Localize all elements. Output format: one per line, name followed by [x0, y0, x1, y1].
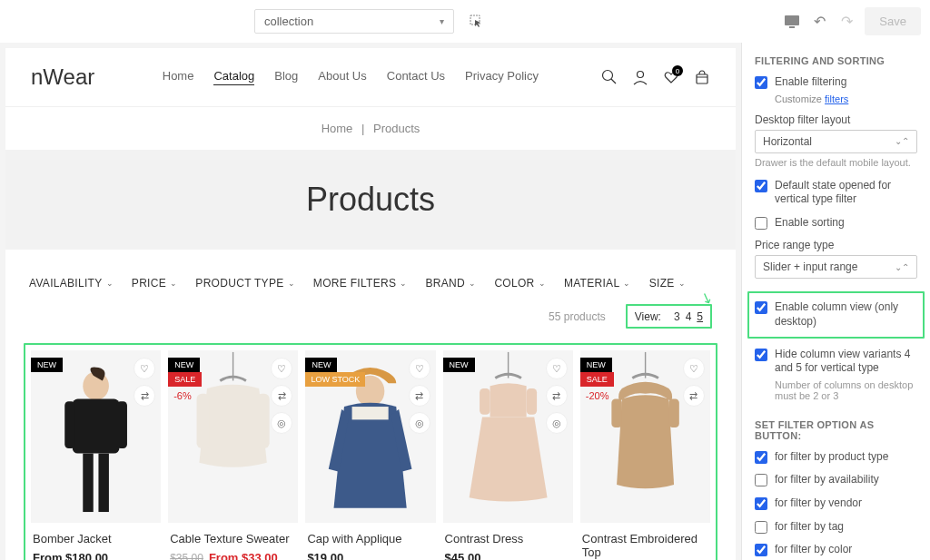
filter-button-section-title: SET FILTER OPTION AS BUTTON: [755, 419, 917, 441]
checkbox-enable-sorting[interactable] [755, 217, 767, 230]
product-image[interactable]: NEWLOW STOCK♡⇄◎ [305, 350, 435, 523]
wishlist-badge: 0 [672, 65, 683, 76]
price-range-select[interactable]: Slider + input range ⌄⌃ [755, 255, 917, 279]
undo-icon[interactable]: ↶ [810, 13, 828, 31]
checkbox-hide-variants[interactable] [755, 349, 767, 361]
setting-hide-column-variants[interactable]: Hide column view variants 4 and 5 for ve… [755, 348, 917, 376]
compare-icon[interactable]: ⇄ [546, 385, 568, 407]
breadcrumb-home[interactable]: Home [322, 122, 353, 135]
wishlist-heart-icon[interactable]: ♡ [409, 358, 430, 379]
product-count: 55 products [549, 310, 606, 323]
label-enable-sorting: Enable sorting [775, 216, 917, 231]
setting-default-state-open[interactable]: Default state opened for vertical type f… [755, 179, 917, 207]
product-image[interactable]: NEWSALE-6%♡⇄◎ [168, 350, 298, 523]
customize-filters-link[interactable]: filters [825, 93, 848, 104]
filter-color[interactable]: COLOR⌄ [494, 277, 546, 290]
select-chevron-icon: ⌄⌃ [895, 262, 909, 272]
filter-price[interactable]: PRICE⌄ [132, 277, 178, 290]
nav-contact-us[interactable]: Contact Us [387, 69, 445, 85]
settings-panel[interactable]: FILTERING AND SORTING Enable filtering C… [741, 43, 930, 560]
wishlist-heart-icon[interactable]: ♡ [134, 358, 155, 379]
setting-filter-button-option[interactable]: for filter by product type [755, 450, 917, 465]
hero: Products [5, 150, 736, 250]
product-image[interactable]: NEWSALE-20%♡⇄ [580, 350, 710, 523]
nav-privacy-policy[interactable]: Privacy Policy [465, 69, 539, 85]
checkbox-filter-btn[interactable] [755, 521, 767, 534]
product-name[interactable]: Cable Texture Sweater [170, 532, 296, 545]
desktop-layout-select[interactable]: Horizontal ⌄⌃ [755, 130, 917, 153]
filter-size[interactable]: SIZE⌄ [649, 277, 686, 290]
product-name[interactable]: Cap with Applique [307, 532, 433, 545]
nav-about-us[interactable]: About Us [318, 69, 366, 85]
checkbox-enable-filtering[interactable] [755, 76, 767, 89]
checkbox-column-view[interactable] [755, 301, 767, 314]
product-image[interactable]: NEW♡⇄◎ [443, 350, 573, 523]
svg-point-5 [637, 72, 643, 78]
view-option-4[interactable]: 4 [686, 310, 692, 323]
desktop-view-icon[interactable] [783, 13, 801, 31]
wishlist-heart-icon[interactable]: ♡ [546, 358, 568, 379]
quickview-icon[interactable]: ◎ [546, 412, 568, 434]
badge-discount: -20% [586, 390, 609, 401]
highlighted-setting: Enable column view (only desktop) [747, 291, 925, 338]
compare-icon[interactable]: ⇄ [134, 385, 155, 407]
product-card[interactable]: NEW♡⇄◎Contrast Dress$45.00 [443, 350, 573, 560]
setting-filter-button-option[interactable]: for filter by vendor [755, 496, 917, 511]
wishlist-icon[interactable]: 0 [663, 69, 679, 85]
label-filter-btn: for filter by availability [775, 473, 917, 487]
svg-rect-11 [83, 454, 93, 512]
nav-catalog[interactable]: Catalog [213, 69, 254, 85]
setting-filter-button-option[interactable]: for filter by availability [755, 473, 917, 487]
setting-enable-filtering[interactable]: Enable filtering [755, 75, 917, 90]
product-name[interactable]: Contrast Embroidered Top [582, 532, 708, 559]
product-card[interactable]: NEWSALE-20%♡⇄Contrast Embroidered Top$25… [580, 350, 710, 560]
setting-filter-button-option[interactable]: for filter by tag [755, 520, 917, 535]
compare-icon[interactable]: ⇄ [271, 385, 292, 407]
checkbox-default-open[interactable] [755, 180, 767, 192]
chevron-down-icon: ⌄ [288, 279, 295, 288]
search-icon[interactable] [601, 69, 618, 85]
site-logo[interactable]: nWear [31, 64, 94, 90]
label-filter-btn: for filter by color [775, 543, 917, 557]
wishlist-heart-icon[interactable]: ♡ [683, 358, 705, 379]
filter-product-type[interactable]: PRODUCT TYPE⌄ [195, 277, 295, 290]
topbar: collection ▾ ↶ ↷ Save [0, 0, 930, 43]
compare-icon[interactable]: ⇄ [683, 385, 705, 407]
compare-icon[interactable]: ⇄ [409, 385, 430, 407]
checkbox-filter-btn[interactable] [755, 474, 767, 486]
filter-material[interactable]: MATERIAL⌄ [564, 277, 631, 290]
section-selector[interactable]: collection ▾ [254, 9, 454, 34]
breadcrumb-sep: | [361, 122, 364, 135]
quickview-icon[interactable]: ◎ [271, 412, 292, 434]
cart-icon[interactable] [694, 69, 710, 85]
setting-filter-button-option[interactable]: for filter by color [755, 543, 917, 557]
chevron-down-icon: ▾ [440, 16, 444, 26]
view-option-5[interactable]: 5 [697, 310, 703, 323]
filter-more-filters[interactable]: MORE FILTERS⌄ [313, 277, 408, 290]
product-card[interactable]: NEWSALE-6%♡⇄◎Cable Texture Sweater$35.00… [168, 350, 298, 560]
save-button[interactable]: Save [865, 7, 921, 35]
product-card[interactable]: NEW♡⇄Bomber JacketFrom $180.00 [31, 350, 161, 560]
wishlist-heart-icon[interactable]: ♡ [271, 358, 292, 379]
user-icon[interactable] [632, 69, 648, 85]
product-name[interactable]: Bomber Jacket [33, 532, 159, 545]
checkbox-filter-btn[interactable] [755, 497, 767, 510]
checkbox-filter-btn[interactable] [755, 451, 767, 464]
selection-tool-icon[interactable] [469, 14, 485, 30]
checkbox-filter-btn[interactable] [755, 544, 767, 556]
quickview-icon[interactable]: ◎ [409, 412, 430, 434]
product-card[interactable]: NEWLOW STOCK♡⇄◎Cap with Applique$19.00 [305, 350, 435, 560]
filter-brand[interactable]: BRAND⌄ [426, 277, 477, 290]
preview-pane[interactable]: nWear HomeCatalogBlogAbout UsContact UsP… [0, 43, 741, 560]
setting-enable-column-view[interactable]: Enable column view (only desktop) [755, 300, 917, 329]
view-option-3[interactable]: 3 [674, 310, 680, 323]
nav-home[interactable]: Home [163, 69, 194, 85]
svg-rect-21 [352, 407, 389, 419]
filter-availability[interactable]: AVAILABILITY⌄ [29, 277, 114, 290]
product-name[interactable]: Contrast Dress [445, 532, 571, 545]
product-image[interactable]: NEW♡⇄ [31, 350, 161, 523]
setting-enable-sorting[interactable]: Enable sorting [755, 216, 917, 231]
nav-blog[interactable]: Blog [274, 69, 298, 85]
redo-icon[interactable]: ↷ [837, 13, 856, 31]
select-chevron-icon: ⌄⌃ [895, 136, 909, 146]
